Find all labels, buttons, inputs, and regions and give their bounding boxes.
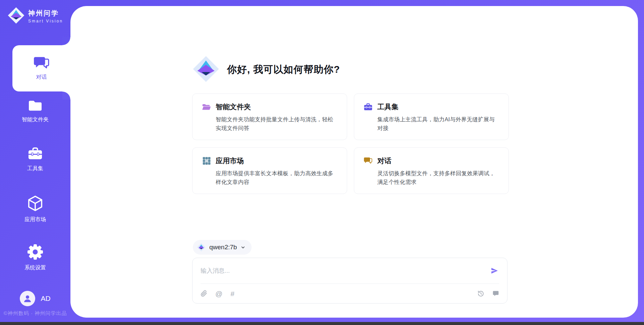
card-smart-folder[interactable]: 智能文件夹 智能文件夹功能支持批量文件上传与清洗，轻松实现文件问答 bbox=[192, 93, 347, 140]
copyright: ©神州数码 · 神州问学出品 bbox=[0, 310, 70, 317]
sidebar-item-toolbox[interactable]: 工具集 bbox=[0, 147, 70, 172]
model-logo-icon bbox=[197, 243, 206, 252]
card-title: 对话 bbox=[377, 156, 391, 166]
model-name: qwen2:7b bbox=[209, 244, 237, 251]
brand: 神州问学 Smart Vision bbox=[7, 7, 63, 25]
avatar bbox=[20, 291, 35, 306]
sidebar-item-label: 对话 bbox=[36, 74, 47, 81]
sidebar-item-label: 应用市场 bbox=[24, 216, 46, 223]
chat-icon bbox=[33, 56, 50, 71]
message-input[interactable] bbox=[201, 267, 485, 274]
attachment-icon[interactable] bbox=[201, 290, 207, 297]
folder-icon bbox=[28, 99, 43, 113]
composer-tools-right bbox=[477, 290, 499, 297]
sidebar: 神州问学 Smart Vision 对话 智能文件夹 bbox=[0, 0, 70, 325]
brand-name: 神州问学 bbox=[28, 9, 63, 18]
card-chat[interactable]: 对话 灵活切换多模型文件，支持多样回复效果调试，满足个性化需求 bbox=[354, 147, 509, 194]
sidebar-item-folders[interactable]: 智能文件夹 bbox=[0, 99, 70, 123]
feature-cards: 智能文件夹 智能文件夹功能支持批量文件上传与清洗，轻松实现文件问答 bbox=[192, 93, 509, 194]
card-title: 应用市场 bbox=[216, 156, 244, 166]
sidebar-item-market[interactable]: 应用市场 bbox=[0, 195, 70, 223]
grid-icon bbox=[202, 156, 211, 166]
greeting-text: 你好, 我可以如何帮助你? bbox=[227, 63, 340, 76]
message-composer: @ # bbox=[192, 258, 507, 304]
sidebar-item-label: 系统设置 bbox=[24, 264, 46, 271]
card-description: 智能文件夹功能支持批量文件上传与清洗，轻松实现文件问答 bbox=[216, 115, 337, 132]
history-icon[interactable] bbox=[477, 290, 484, 297]
sidebar-item-settings[interactable]: 系统设置 bbox=[0, 244, 70, 271]
briefcase-icon bbox=[364, 103, 373, 112]
card-description: 集成市场上主流工具，助力AI与外界无缝扩展与对接 bbox=[377, 115, 499, 132]
composer-tools-left: @ # bbox=[201, 290, 234, 297]
main-panel: 你好, 我可以如何帮助你? 智能文件夹 智能文件夹功能支持批量文件上传与清洗，轻… bbox=[70, 6, 638, 318]
card-description: 灵活切换多模型文件，支持多样回复效果调试，满足个性化需求 bbox=[377, 169, 499, 186]
chat-icon bbox=[364, 156, 373, 166]
feedback-chat-icon[interactable] bbox=[492, 290, 499, 297]
card-description: 应用市场提供丰富长文本模板，助力高效生成多样化文章内容 bbox=[216, 169, 337, 186]
user-profile[interactable]: AD bbox=[0, 291, 70, 306]
sidebar-item-label: 智能文件夹 bbox=[22, 116, 49, 123]
card-title: 工具集 bbox=[377, 102, 398, 112]
mention-icon[interactable]: @ bbox=[215, 290, 222, 297]
hashtag-icon[interactable]: # bbox=[230, 290, 234, 297]
window-bottom-edge bbox=[0, 322, 644, 325]
greeting: 你好, 我可以如何帮助你? bbox=[192, 55, 340, 84]
brand-subtitle: Smart Vision bbox=[28, 19, 63, 23]
card-title: 智能文件夹 bbox=[216, 102, 251, 112]
sidebar-item-chat[interactable]: 对话 bbox=[12, 45, 70, 91]
chevron-down-icon bbox=[240, 245, 246, 250]
model-selector[interactable]: qwen2:7b bbox=[193, 240, 252, 255]
card-app-market[interactable]: 应用市场 应用市场提供丰富长文本模板，助力高效生成多样化文章内容 bbox=[192, 147, 347, 194]
card-toolbox[interactable]: 工具集 集成市场上主流工具，助力AI与外界无缝扩展与对接 bbox=[354, 93, 509, 140]
brand-logo-icon bbox=[7, 7, 25, 25]
gear-icon bbox=[27, 244, 43, 261]
folder-open-icon bbox=[202, 103, 211, 112]
cube-icon bbox=[28, 195, 43, 213]
send-button[interactable] bbox=[490, 266, 499, 275]
user-name: AD bbox=[41, 295, 50, 303]
sidebar-item-label: 工具集 bbox=[27, 165, 43, 172]
assistant-logo-icon bbox=[192, 55, 220, 84]
toolbox-icon bbox=[28, 147, 43, 162]
